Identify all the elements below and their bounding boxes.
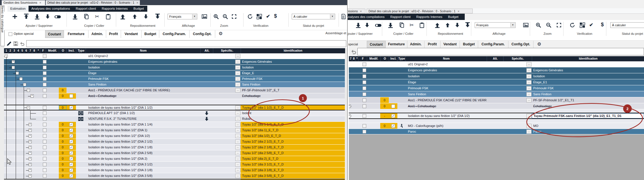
identification-cell[interactable]: MO <box>532 123 644 129</box>
ellipsis-button[interactable]: ... <box>526 92 532 96</box>
o-value-cell[interactable]: 0 <box>59 88 67 93</box>
column-header[interactable]: Spécific. <box>503 56 532 61</box>
table-row[interactable]: −Isolation...Isolation <box>4 65 345 70</box>
incl-checkbox[interactable]: ✓ <box>69 145 73 149</box>
ellipsis-button[interactable]: ... <box>526 98 532 102</box>
table-row[interactable]: 0Ass1 - PRÉMOULÉ FSK CACHÉ (1/2" FIBRE D… <box>349 97 644 103</box>
incl-checkbox[interactable]: ✓ <box>69 168 73 172</box>
modif-checkbox[interactable] <box>43 151 47 155</box>
column-header[interactable]: Nom <box>405 56 487 61</box>
table-row[interactable]: +0✓Isolation de tuyau sans finition 1/2"… <box>4 145 345 150</box>
menu-tab-budget[interactable]: Budget <box>131 6 147 12</box>
insert-below-icon[interactable] <box>34 14 40 19</box>
menu-tab-analyses[interactable]: Analyses des compilations <box>348 14 387 20</box>
copy-icon[interactable] <box>83 14 89 19</box>
refresh-icon[interactable] <box>247 14 253 19</box>
modif-checkbox[interactable] <box>43 128 47 132</box>
modif-checkbox[interactable] <box>363 130 366 134</box>
ribbon-tab-coutant[interactable]: Coutant <box>367 41 386 48</box>
column-header[interactable]: Incl. <box>67 48 76 53</box>
zoom-in-icon[interactable] <box>536 22 541 28</box>
modif-checkbox[interactable] <box>363 62 366 66</box>
move-bottom-icon[interactable] <box>465 22 470 28</box>
menu-tab-rapports-internes[interactable]: Rapports Internes <box>413 14 445 20</box>
incl-checkbox[interactable]: ✓ <box>69 134 73 138</box>
modif-checkbox[interactable] <box>363 80 366 84</box>
modif-checkbox[interactable] <box>43 134 47 138</box>
table-row[interactable]: +-✓Isolation de tuyau sans finition 1/2"… <box>349 113 644 119</box>
identification-cell[interactable]: Tuyau 1/2" (dia 1)_E_T_D <box>241 128 345 133</box>
o-value-cell[interactable]: - <box>380 113 389 118</box>
o-value-cell[interactable]: 0 <box>59 122 67 127</box>
column-header[interactable]: Nom <box>86 48 201 53</box>
identification-cell[interactable]: Prémoulé FSK <box>241 76 345 82</box>
ribbon-tab-coutant[interactable]: Coutant <box>45 30 64 38</box>
column-header[interactable]: Alt. <box>200 48 213 53</box>
ribbon-tab-vendant[interactable]: Vendant <box>440 41 460 48</box>
table-row[interactable]: Sans Finition...Sans Finition <box>349 91 644 97</box>
o-value-cell[interactable]: 0 <box>380 103 389 109</box>
incl-checkbox[interactable] <box>391 104 395 108</box>
app-tab-gestion[interactable]: Gestion des Soumissions✕ <box>348 9 365 13</box>
column-header[interactable]: 8 <box>32 48 36 53</box>
ribbon-tab-budget[interactable]: Budget <box>142 30 159 38</box>
modif-checkbox[interactable] <box>43 123 47 126</box>
identification-cell[interactable]: PF-SF-Prémoulé 1/2"_E_T <box>241 88 345 93</box>
table-row[interactable]: +0✓Isolation de tuyau sans finition 1/2"… <box>4 139 345 145</box>
move-top-icon[interactable] <box>434 22 440 28</box>
identification-cell[interactable]: Étage_E <box>241 70 345 76</box>
incl-checkbox[interactable]: ✓ <box>69 163 73 166</box>
ribbon-tab-profit[interactable]: Profit <box>424 41 440 48</box>
expander-toggle[interactable]: − <box>12 66 15 69</box>
ellipsis-button[interactable]: ... <box>526 74 532 78</box>
table-row[interactable]: Exigences générales...Exigences Générale… <box>349 67 644 73</box>
ellipsis-button[interactable]: ... <box>526 86 532 90</box>
undo-icon[interactable] <box>351 49 356 54</box>
ribbon-tab-vendant[interactable]: Vendant <box>121 30 142 38</box>
image-view-icon[interactable] <box>523 22 529 28</box>
o-value-cell[interactable]: 0 <box>380 123 389 129</box>
image-view-icon[interactable] <box>202 14 207 19</box>
identification-cell[interactable]: Exigences Générales <box>532 67 644 73</box>
menu-tab-rapport-client[interactable]: Rapport client <box>73 6 99 12</box>
project-status-select[interactable]: À calculer▼ <box>292 14 335 19</box>
table-row[interactable]: −u01 Orignal>2... <box>4 53 345 59</box>
column-header[interactable]: Modif. <box>46 48 59 53</box>
menu-tab-analyses[interactable]: Analyses des compilations <box>29 6 73 12</box>
identification-cell[interactable]: Sans Finition <box>532 91 644 97</box>
ellipsis-button[interactable]: ... <box>526 80 532 84</box>
toggle-icon[interactable] <box>375 23 382 27</box>
refresh-icon[interactable] <box>569 22 575 28</box>
table-row[interactable]: −Sans Finition...Sans Finition <box>4 82 345 88</box>
delete-row-icon[interactable] <box>364 22 370 28</box>
move-down-icon[interactable] <box>143 14 149 19</box>
table-row[interactable]: +0✓Isolation de tuyau sans finition 1/2"… <box>4 128 345 133</box>
modif-checkbox[interactable] <box>43 88 47 92</box>
insert-below-icon[interactable] <box>355 22 361 28</box>
o-value-cell[interactable]: 0 <box>59 156 67 161</box>
modif-checkbox[interactable] <box>363 92 366 96</box>
modif-checkbox[interactable] <box>43 168 47 172</box>
modif-checkbox[interactable] <box>43 145 47 149</box>
table-row[interactable]: −0✓Isolation de tuyau sans finition 1/2"… <box>4 105 345 110</box>
table-row[interactable]: PRÉMOULÉ APT 1/2" (DIA 1 1/2)...Isolant <box>4 110 345 116</box>
gear-icon[interactable]: ⚙ <box>536 41 542 47</box>
modif-checkbox[interactable] <box>43 71 47 75</box>
column-header[interactable]: Incl. <box>389 56 398 61</box>
identification-cell[interactable]: Tuyau 1/2" (dia 2 1/8)_E_T_D <box>241 145 345 150</box>
cut-icon[interactable]: ✂ <box>94 13 100 20</box>
column-header[interactable]: 5 <box>20 48 24 53</box>
identification-cell[interactable]: Tuyau 1/2" (dia 1 1/4)_E_T_D <box>241 122 345 127</box>
close-icon[interactable]: ✕ <box>39 1 41 4</box>
expander-toggle[interactable]: + <box>29 169 32 172</box>
o-value-cell[interactable]: 0 <box>59 162 67 167</box>
identification-cell[interactable]: Tuyau Prémoulé FSK-sans Finition 1/2" (d… <box>532 113 644 118</box>
incl-checkbox[interactable]: ✓ <box>69 106 73 110</box>
incl-checkbox[interactable]: ✓ <box>69 128 73 132</box>
modif-checkbox[interactable] <box>43 174 47 178</box>
column-header[interactable]: F <box>40 48 46 53</box>
import-icon[interactable] <box>72 14 78 19</box>
import-icon[interactable] <box>388 22 393 28</box>
move-bottom-icon[interactable] <box>155 14 160 19</box>
language-select[interactable]: Français▼ <box>475 22 516 28</box>
